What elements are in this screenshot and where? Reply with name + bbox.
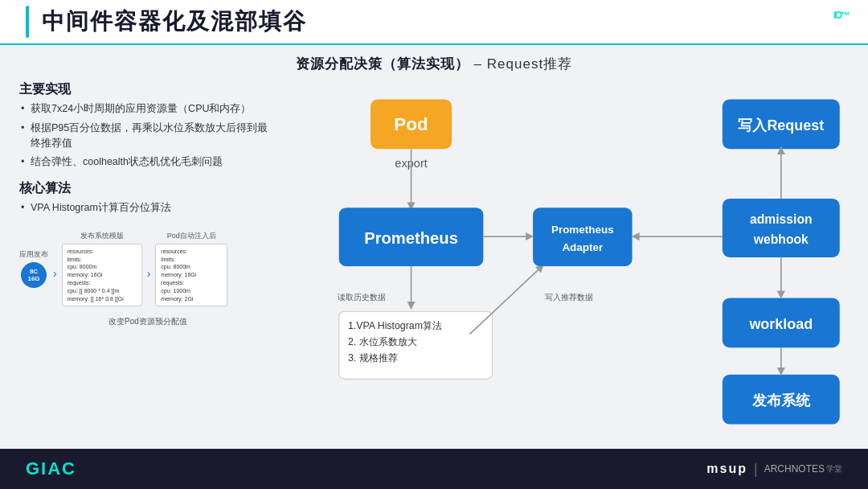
svg-text:3. 规格推荐: 3. 规格推荐: [348, 352, 398, 364]
algo-diagram: 应用发布 8C 16G › 发布系统模版 resources: limits: …: [19, 231, 276, 307]
subtitle-sub: Request推荐: [487, 56, 572, 72]
top-right-logo: IO™: [833, 6, 849, 32]
section1: 主要实现 获取7x24小时周期的应用资源量（CPU和内存） 根据P95百分位数据…: [19, 81, 276, 174]
svg-text:Prometheus: Prometheus: [551, 224, 614, 236]
section1-bullets: 获取7x24小时周期的应用资源量（CPU和内存） 根据P95百分位数据，再乘以水…: [19, 101, 276, 170]
diagram-svg: Pod export Prometheus 读取历史数据 写入推荐数据 1.VP…: [289, 81, 849, 442]
section2: 核心算法 VPA Histogram计算百分位算法: [19, 180, 276, 220]
svg-text:Prometheus: Prometheus: [364, 229, 458, 247]
subtitle-dash: –: [474, 56, 482, 72]
footer-logo-left: GIAC: [26, 458, 76, 479]
svg-text:admission: admission: [750, 212, 813, 226]
svg-text:写入Request: 写入Request: [738, 117, 824, 134]
header: 中间件容器化及混部填谷 IO™: [0, 0, 868, 45]
arrow-1: ›: [53, 267, 57, 280]
svg-text:workload: workload: [748, 316, 813, 332]
svg-text:1.VPA Histogram算法: 1.VPA Histogram算法: [348, 320, 442, 331]
section2-title: 核心算法: [19, 180, 276, 197]
bullet-1: 获取7x24小时周期的应用资源量（CPU和内存）: [19, 101, 276, 117]
subtitle: 资源分配决策（算法实现） – Request推荐: [19, 55, 849, 73]
svg-line-11: [470, 266, 542, 334]
svg-text:2. 水位系数放大: 2. 水位系数放大: [348, 336, 417, 347]
bullet-2: 根据P95百分位数据，再乘以水位系数放大后得到最终推荐值: [19, 121, 276, 151]
right-diagram: Pod export Prometheus 读取历史数据 写入推荐数据 1.VP…: [289, 81, 849, 442]
algo-step-3: Pod自动注入后 resources: limits: cpu: 8000m m…: [155, 231, 227, 307]
footer: GIAC msup | ARCHNOTES 学堂: [0, 449, 868, 489]
svg-text:webhook: webhook: [753, 232, 809, 246]
adapter-node: [533, 208, 632, 266]
main-layout: 主要实现 获取7x24小时周期的应用资源量（CPU和内存） 根据P95百分位数据…: [19, 81, 849, 442]
algo-bottom-label: 改变Pod资源预分配值: [19, 316, 276, 327]
svg-text:Pod: Pod: [394, 114, 428, 134]
bullet-4: VPA Histogram计算百分位算法: [19, 200, 276, 216]
algo-step-1: 应用发布 8C 16G: [19, 249, 48, 288]
title-accent: [26, 6, 29, 38]
svg-text:写入推荐数据: 写入推荐数据: [545, 293, 593, 302]
footer-msup: msup: [706, 462, 747, 476]
admission-node: [723, 199, 840, 257]
svg-text:读取历史数据: 读取历史数据: [338, 293, 386, 302]
arrow-2: ›: [147, 267, 151, 280]
page-title: 中间件容器化及混部填谷: [42, 6, 307, 37]
svg-text:发布系统: 发布系统: [751, 392, 811, 409]
main-content: 资源分配决策（算法实现） – Request推荐 主要实现 获取7x24小时周期…: [0, 45, 868, 449]
footer-divider: |: [754, 461, 758, 478]
section1-title: 主要实现: [19, 81, 276, 98]
svg-text:Adapter: Adapter: [562, 241, 604, 253]
footer-archnotes: ARCHNOTES 学堂: [764, 463, 842, 475]
algo-step-2: 发布系统模版 resources: limits: cpu: 8000m mem…: [62, 231, 142, 307]
left-panel: 主要实现 获取7x24小时周期的应用资源量（CPU和内存） 根据P95百分位数据…: [19, 81, 276, 442]
section2-bullets: VPA Histogram计算百分位算法: [19, 200, 276, 216]
footer-logo-right: msup | ARCHNOTES 学堂: [706, 461, 842, 478]
bullet-3: 结合弹性、coolhealth状态机优化毛刺问题: [19, 154, 276, 170]
